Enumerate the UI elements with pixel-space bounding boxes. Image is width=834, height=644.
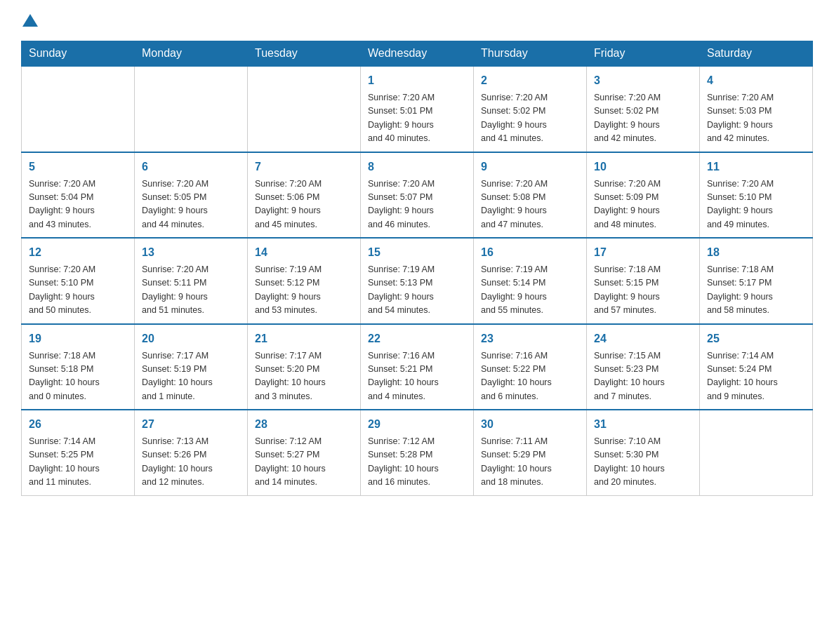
day-info: Sunrise: 7:18 AMSunset: 5:15 PMDaylight:… (594, 263, 692, 318)
day-cell-11: 11Sunrise: 7:20 AMSunset: 5:10 PMDayligh… (700, 152, 813, 239)
day-cell-6: 6Sunrise: 7:20 AMSunset: 5:05 PMDaylight… (135, 152, 248, 239)
calendar-header-row: SundayMondayTuesdayWednesdayThursdayFrid… (22, 41, 813, 67)
column-header-friday: Friday (587, 41, 700, 67)
day-info: Sunrise: 7:20 AMSunset: 5:01 PMDaylight:… (368, 91, 466, 146)
day-info: Sunrise: 7:10 AMSunset: 5:30 PMDaylight:… (594, 435, 692, 490)
day-cell-27: 27Sunrise: 7:13 AMSunset: 5:26 PMDayligh… (135, 410, 248, 495)
day-info: Sunrise: 7:16 AMSunset: 5:21 PMDaylight:… (368, 349, 466, 404)
day-number: 31 (594, 416, 692, 433)
day-cell-2: 2Sunrise: 7:20 AMSunset: 5:02 PMDaylight… (474, 66, 587, 152)
column-header-thursday: Thursday (474, 41, 587, 67)
day-cell-21: 21Sunrise: 7:17 AMSunset: 5:20 PMDayligh… (248, 324, 361, 410)
day-number: 4 (707, 72, 805, 89)
empty-cell (135, 66, 248, 152)
day-info: Sunrise: 7:20 AMSunset: 5:11 PMDaylight:… (142, 263, 240, 318)
day-info: Sunrise: 7:18 AMSunset: 5:17 PMDaylight:… (707, 263, 805, 318)
day-cell-8: 8Sunrise: 7:20 AMSunset: 5:07 PMDaylight… (361, 152, 474, 239)
day-number: 2 (481, 72, 579, 89)
day-info: Sunrise: 7:17 AMSunset: 5:19 PMDaylight:… (142, 349, 240, 404)
page-header (21, 14, 813, 27)
day-info: Sunrise: 7:15 AMSunset: 5:23 PMDaylight:… (594, 349, 692, 404)
day-info: Sunrise: 7:20 AMSunset: 5:10 PMDaylight:… (707, 177, 805, 232)
day-cell-30: 30Sunrise: 7:11 AMSunset: 5:29 PMDayligh… (474, 410, 587, 495)
day-cell-16: 16Sunrise: 7:19 AMSunset: 5:14 PMDayligh… (474, 238, 587, 324)
day-cell-1: 1Sunrise: 7:20 AMSunset: 5:01 PMDaylight… (361, 66, 474, 152)
day-info: Sunrise: 7:14 AMSunset: 5:25 PMDaylight:… (29, 435, 127, 490)
day-cell-18: 18Sunrise: 7:18 AMSunset: 5:17 PMDayligh… (700, 238, 813, 324)
calendar-table: SundayMondayTuesdayWednesdayThursdayFrid… (21, 41, 813, 496)
day-number: 22 (368, 330, 466, 347)
day-number: 27 (142, 416, 240, 433)
day-cell-24: 24Sunrise: 7:15 AMSunset: 5:23 PMDayligh… (587, 324, 700, 410)
day-info: Sunrise: 7:18 AMSunset: 5:18 PMDaylight:… (29, 349, 127, 404)
logo (21, 14, 38, 27)
day-cell-12: 12Sunrise: 7:20 AMSunset: 5:10 PMDayligh… (22, 238, 135, 324)
day-cell-26: 26Sunrise: 7:14 AMSunset: 5:25 PMDayligh… (22, 410, 135, 495)
day-number: 18 (707, 244, 805, 261)
day-number: 20 (142, 330, 240, 347)
day-info: Sunrise: 7:16 AMSunset: 5:22 PMDaylight:… (481, 349, 579, 404)
empty-cell (700, 410, 813, 495)
empty-cell (248, 66, 361, 152)
day-number: 9 (481, 159, 579, 175)
day-number: 6 (142, 159, 240, 175)
day-number: 23 (481, 330, 579, 347)
day-info: Sunrise: 7:20 AMSunset: 5:08 PMDaylight:… (481, 177, 579, 232)
day-info: Sunrise: 7:20 AMSunset: 5:02 PMDaylight:… (594, 91, 692, 146)
day-cell-19: 19Sunrise: 7:18 AMSunset: 5:18 PMDayligh… (22, 324, 135, 410)
day-number: 16 (481, 244, 579, 261)
week-row-4: 19Sunrise: 7:18 AMSunset: 5:18 PMDayligh… (22, 324, 813, 410)
week-row-2: 5Sunrise: 7:20 AMSunset: 5:04 PMDaylight… (22, 152, 813, 239)
logo-triangle-icon (22, 14, 38, 27)
day-number: 19 (29, 330, 127, 347)
day-info: Sunrise: 7:20 AMSunset: 5:06 PMDaylight:… (255, 177, 353, 232)
svg-marker-0 (22, 14, 38, 27)
day-number: 13 (142, 244, 240, 261)
day-number: 17 (594, 244, 692, 261)
day-cell-29: 29Sunrise: 7:12 AMSunset: 5:28 PMDayligh… (361, 410, 474, 495)
day-number: 21 (255, 330, 353, 347)
day-number: 11 (707, 159, 805, 175)
column-header-wednesday: Wednesday (361, 41, 474, 67)
day-cell-3: 3Sunrise: 7:20 AMSunset: 5:02 PMDaylight… (587, 66, 700, 152)
week-row-3: 12Sunrise: 7:20 AMSunset: 5:10 PMDayligh… (22, 238, 813, 324)
day-number: 29 (368, 416, 466, 433)
day-cell-13: 13Sunrise: 7:20 AMSunset: 5:11 PMDayligh… (135, 238, 248, 324)
day-cell-4: 4Sunrise: 7:20 AMSunset: 5:03 PMDaylight… (700, 66, 813, 152)
day-number: 24 (594, 330, 692, 347)
day-number: 15 (368, 244, 466, 261)
day-info: Sunrise: 7:17 AMSunset: 5:20 PMDaylight:… (255, 349, 353, 404)
week-row-1: 1Sunrise: 7:20 AMSunset: 5:01 PMDaylight… (22, 66, 813, 152)
day-cell-25: 25Sunrise: 7:14 AMSunset: 5:24 PMDayligh… (700, 324, 813, 410)
day-number: 30 (481, 416, 579, 433)
day-cell-14: 14Sunrise: 7:19 AMSunset: 5:12 PMDayligh… (248, 238, 361, 324)
day-cell-15: 15Sunrise: 7:19 AMSunset: 5:13 PMDayligh… (361, 238, 474, 324)
day-info: Sunrise: 7:19 AMSunset: 5:12 PMDaylight:… (255, 263, 353, 318)
day-info: Sunrise: 7:20 AMSunset: 5:09 PMDaylight:… (594, 177, 692, 232)
column-header-monday: Monday (135, 41, 248, 67)
day-info: Sunrise: 7:20 AMSunset: 5:05 PMDaylight:… (142, 177, 240, 232)
day-info: Sunrise: 7:14 AMSunset: 5:24 PMDaylight:… (707, 349, 805, 404)
day-cell-5: 5Sunrise: 7:20 AMSunset: 5:04 PMDaylight… (22, 152, 135, 239)
day-cell-7: 7Sunrise: 7:20 AMSunset: 5:06 PMDaylight… (248, 152, 361, 239)
day-cell-31: 31Sunrise: 7:10 AMSunset: 5:30 PMDayligh… (587, 410, 700, 495)
day-number: 7 (255, 159, 353, 175)
day-cell-20: 20Sunrise: 7:17 AMSunset: 5:19 PMDayligh… (135, 324, 248, 410)
empty-cell (22, 66, 135, 152)
day-info: Sunrise: 7:20 AMSunset: 5:04 PMDaylight:… (29, 177, 127, 232)
day-number: 14 (255, 244, 353, 261)
column-header-saturday: Saturday (700, 41, 813, 67)
day-number: 5 (29, 159, 127, 175)
day-info: Sunrise: 7:12 AMSunset: 5:28 PMDaylight:… (368, 435, 466, 490)
day-cell-23: 23Sunrise: 7:16 AMSunset: 5:22 PMDayligh… (474, 324, 587, 410)
day-info: Sunrise: 7:20 AMSunset: 5:07 PMDaylight:… (368, 177, 466, 232)
day-info: Sunrise: 7:20 AMSunset: 5:10 PMDaylight:… (29, 263, 127, 318)
day-cell-28: 28Sunrise: 7:12 AMSunset: 5:27 PMDayligh… (248, 410, 361, 495)
day-cell-9: 9Sunrise: 7:20 AMSunset: 5:08 PMDaylight… (474, 152, 587, 239)
day-number: 10 (594, 159, 692, 175)
day-number: 3 (594, 72, 692, 89)
column-header-sunday: Sunday (22, 41, 135, 67)
day-cell-17: 17Sunrise: 7:18 AMSunset: 5:15 PMDayligh… (587, 238, 700, 324)
day-info: Sunrise: 7:12 AMSunset: 5:27 PMDaylight:… (255, 435, 353, 490)
day-info: Sunrise: 7:20 AMSunset: 5:02 PMDaylight:… (481, 91, 579, 146)
